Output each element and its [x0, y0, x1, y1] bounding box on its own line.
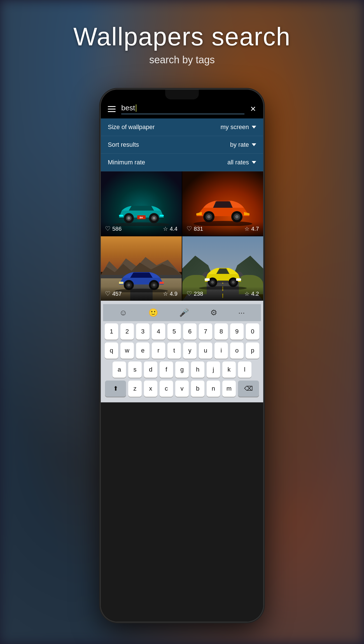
likes-count-3: 457 — [112, 291, 122, 297]
keyboard-rows: 1 2 3 4 5 6 7 8 9 0 q w e r t — [103, 323, 261, 397]
mic-button[interactable]: 🎤 — [179, 308, 189, 317]
key-6[interactable]: 6 — [183, 323, 197, 340]
key-z[interactable]: z — [128, 381, 142, 397]
close-button[interactable]: ✕ — [250, 105, 256, 113]
app-title: Wallpapers search — [0, 22, 364, 51]
likes-count-4: 238 — [194, 291, 203, 297]
wallpaper-item-4[interactable]: ♡ 238 ☆ 4.2 — [182, 236, 263, 301]
search-input[interactable]: best — [121, 104, 244, 112]
svg-rect-40 — [217, 281, 228, 283]
app-header: Wallpapers search search by tags — [0, 22, 364, 66]
rating-item-1: ☆ 4.4 — [163, 225, 178, 232]
rating-value-4: 4.2 — [251, 291, 259, 297]
key-y[interactable]: y — [183, 342, 197, 359]
shift-key[interactable]: ⬆ — [105, 381, 126, 397]
key-d[interactable]: d — [144, 361, 157, 378]
star-icon-1: ☆ — [163, 225, 168, 232]
qwerty-row: q w e r t y u i o p — [103, 342, 261, 359]
key-h[interactable]: h — [191, 361, 204, 378]
svg-point-37 — [232, 281, 235, 284]
key-2[interactable]: 2 — [120, 323, 134, 340]
key-q[interactable]: q — [105, 342, 118, 359]
key-1[interactable]: 1 — [105, 323, 118, 340]
rating-item-3: ☆ 4.9 — [163, 290, 178, 297]
key-v[interactable]: v — [175, 381, 189, 397]
keyboard-toolbar: ☺ 🙂 🎤 ⚙ ··· — [103, 304, 261, 321]
svg-point-26 — [153, 284, 155, 286]
rate-filter-current: all rates — [227, 159, 249, 166]
likes-count-2: 831 — [194, 226, 203, 232]
heart-icon-2: ♡ — [186, 225, 192, 232]
key-p[interactable]: p — [246, 342, 259, 359]
search-input-container[interactable]: best — [121, 104, 244, 114]
size-dropdown-arrow — [252, 126, 256, 129]
phone-notch — [165, 90, 199, 99]
backspace-key[interactable]: ⌫ — [238, 381, 259, 397]
key-3[interactable]: 3 — [136, 323, 150, 340]
asdf-row: a s d f g h j k l — [103, 361, 261, 378]
rate-filter-value[interactable]: all rates — [227, 159, 256, 166]
rating-value-3: 4.9 — [170, 291, 178, 297]
sort-filter-value[interactable]: by rate — [230, 141, 256, 148]
key-j[interactable]: j — [207, 361, 220, 378]
sort-filter-label: Sort results — [108, 141, 139, 148]
key-5[interactable]: 5 — [167, 323, 181, 340]
wallpaper-stats-3: ♡ 457 ☆ 4.9 — [101, 287, 182, 301]
heart-icon-1: ♡ — [105, 225, 111, 232]
key-f[interactable]: f — [160, 361, 173, 378]
rate-filter-row[interactable]: Minimum rate all rates — [101, 154, 263, 171]
key-k[interactable]: k — [222, 361, 236, 378]
menu-button[interactable] — [108, 106, 116, 112]
sort-filter-row[interactable]: Sort results by rate — [101, 136, 263, 154]
key-a[interactable]: a — [113, 361, 126, 378]
key-b[interactable]: b — [191, 381, 204, 397]
key-c[interactable]: c — [160, 381, 173, 397]
svg-rect-27 — [119, 282, 123, 284]
phone-frame: best ✕ Size of wallpaper my screen Sort … — [101, 90, 263, 622]
key-x[interactable]: x — [144, 381, 157, 397]
wallpaper-item-1[interactable]: BK ♡ 586 ☆ 4.4 — [101, 171, 182, 236]
key-n[interactable]: n — [207, 381, 220, 397]
key-0[interactable]: 0 — [246, 323, 259, 340]
size-filter-value[interactable]: my screen — [221, 123, 256, 131]
key-e[interactable]: e — [136, 342, 150, 359]
size-filter-row[interactable]: Size of wallpaper my screen — [101, 118, 263, 136]
wallpaper-stats-1: ♡ 586 ☆ 4.4 — [101, 222, 182, 236]
key-8[interactable]: 8 — [214, 323, 228, 340]
key-o[interactable]: o — [230, 342, 244, 359]
emoji-button[interactable]: ☺ — [119, 308, 127, 317]
wallpaper-item-2[interactable]: ♡ 831 ☆ 4.7 — [182, 171, 263, 236]
app-subtitle: search by tags — [0, 54, 364, 66]
settings-button[interactable]: ⚙ — [210, 308, 217, 317]
svg-point-23 — [127, 284, 130, 286]
key-l[interactable]: l — [238, 361, 251, 378]
key-m[interactable]: m — [222, 381, 236, 397]
key-i[interactable]: i — [214, 342, 228, 359]
more-button[interactable]: ··· — [238, 308, 245, 317]
svg-text:BK: BK — [139, 216, 143, 219]
car2-illustration — [191, 192, 255, 226]
rating-value-1: 4.4 — [170, 226, 178, 232]
wallpaper-stats-4: ♡ 238 ☆ 4.2 — [182, 287, 263, 301]
key-9[interactable]: 9 — [230, 323, 244, 340]
sticker-button[interactable]: 🙂 — [148, 308, 158, 317]
key-7[interactable]: 7 — [199, 323, 212, 340]
key-g[interactable]: g — [175, 361, 189, 378]
key-4[interactable]: 4 — [152, 323, 165, 340]
svg-point-17 — [235, 215, 239, 218]
key-r[interactable]: r — [152, 342, 165, 359]
svg-rect-39 — [236, 278, 241, 281]
star-icon-4: ☆ — [244, 290, 249, 297]
key-w[interactable]: w — [120, 342, 134, 359]
wallpaper-grid: BK ♡ 586 ☆ 4.4 — [101, 171, 263, 301]
key-s[interactable]: s — [128, 361, 142, 378]
likes-item-1: ♡ 586 — [105, 225, 122, 232]
rate-dropdown-arrow — [252, 161, 256, 164]
sort-filter-current: by rate — [230, 141, 249, 148]
key-u[interactable]: u — [199, 342, 212, 359]
key-t[interactable]: t — [167, 342, 181, 359]
wallpaper-item-3[interactable]: ♡ 457 ☆ 4.9 — [101, 236, 182, 301]
likes-item-2: ♡ 831 — [186, 225, 203, 232]
star-icon-2: ☆ — [244, 225, 249, 232]
svg-point-6 — [153, 217, 155, 220]
